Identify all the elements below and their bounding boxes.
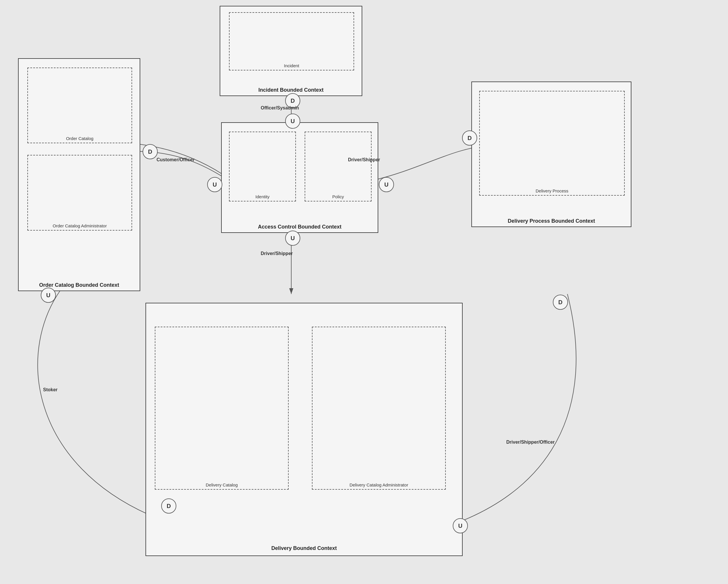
- incident-bounded-context: Incident Incident Bounded Context: [220, 6, 362, 96]
- badge-d-order-access-label: D: [148, 149, 152, 155]
- delivery-bc-label: Delivery Bounded Context: [146, 545, 462, 551]
- badge-u-access-right-label: U: [384, 181, 388, 188]
- incident-bc-label: Incident Bounded Context: [220, 87, 362, 93]
- policy-inner-box: Policy: [305, 132, 371, 201]
- badge-d-delivery-process: D: [462, 130, 477, 146]
- badge-u-access-left-label: U: [213, 181, 217, 188]
- badge-u-access-top-label: U: [291, 118, 295, 125]
- badge-u-access-top: U: [285, 113, 300, 129]
- policy-label: Policy: [305, 194, 371, 199]
- label-driver-shipper-1: Driver/Shipper: [348, 157, 380, 162]
- delivery-process-label: Delivery Process: [480, 188, 624, 193]
- delivery-process-bc-label: Delivery Process Bounded Context: [472, 218, 631, 224]
- delivery-process-bounded-context: Delivery Process Delivery Process Bounde…: [471, 81, 631, 227]
- label-officer-sysadmin: Officer/Sysadmin: [261, 105, 299, 111]
- identity-inner-box: Identity: [229, 132, 296, 201]
- delivery-catalog-admin-label: Delivery Catalog Administrator: [312, 482, 445, 487]
- incident-label: Incident: [230, 63, 354, 68]
- badge-u-access-right: U: [379, 177, 394, 192]
- badge-d-delivery-process-label: D: [468, 135, 472, 142]
- order-catalog-label: Order Catalog: [28, 136, 131, 141]
- incident-inner-box: Incident: [229, 12, 354, 71]
- badge-d-order-access: D: [142, 144, 158, 159]
- diagram-container: Order Catalog Order Catalog Administrato…: [0, 0, 728, 584]
- badge-u-access-bottom: U: [285, 231, 300, 246]
- badge-u-order-catalog-label: U: [46, 292, 50, 299]
- access-control-bc-label: Access Control Bounded Context: [222, 224, 378, 230]
- order-catalog-inner-box: Order Catalog: [27, 68, 132, 143]
- label-driver-shipper-officer: Driver/Shipper/Officer: [506, 439, 554, 445]
- badge-d-incident-label: D: [291, 98, 295, 104]
- delivery-process-inner-box: Delivery Process: [479, 91, 625, 196]
- badge-d-delivery-top-label: D: [167, 503, 171, 509]
- delivery-bounded-context: Delivery Catalog Delivery Catalog Admini…: [146, 303, 463, 556]
- label-stoker: Stoker: [43, 387, 58, 392]
- delivery-catalog-inner-box: Delivery Catalog: [155, 327, 289, 490]
- badge-d-delivery-top: D: [161, 499, 176, 513]
- order-catalog-bc-label: Order Catalog Bounded Context: [19, 282, 140, 288]
- badge-u-delivery-right-label: U: [458, 523, 462, 529]
- label-driver-shipper-2: Driver/Shipper: [261, 251, 293, 256]
- badge-u-access-left: U: [207, 177, 222, 192]
- badge-u-order-catalog: U: [41, 288, 56, 303]
- order-catalog-bounded-context: Order Catalog Order Catalog Administrato…: [18, 58, 140, 291]
- badge-u-delivery-right: U: [453, 518, 468, 533]
- badge-d-delivery-process-bottom-label: D: [558, 299, 563, 306]
- label-customer-officer: Customer/Officer: [157, 157, 194, 162]
- badge-d-delivery-process-bottom: D: [553, 295, 568, 310]
- identity-label: Identity: [230, 194, 295, 199]
- access-control-bounded-context: Identity Policy Access Control Bounded C…: [221, 122, 378, 233]
- badge-u-access-bottom-label: U: [291, 235, 295, 242]
- order-catalog-admin-inner-box: Order Catalog Administrator: [27, 155, 132, 231]
- order-catalog-admin-label: Order Catalog Administrator: [28, 223, 131, 228]
- delivery-catalog-label: Delivery Catalog: [155, 482, 288, 487]
- delivery-catalog-admin-inner-box: Delivery Catalog Administrator: [312, 327, 446, 490]
